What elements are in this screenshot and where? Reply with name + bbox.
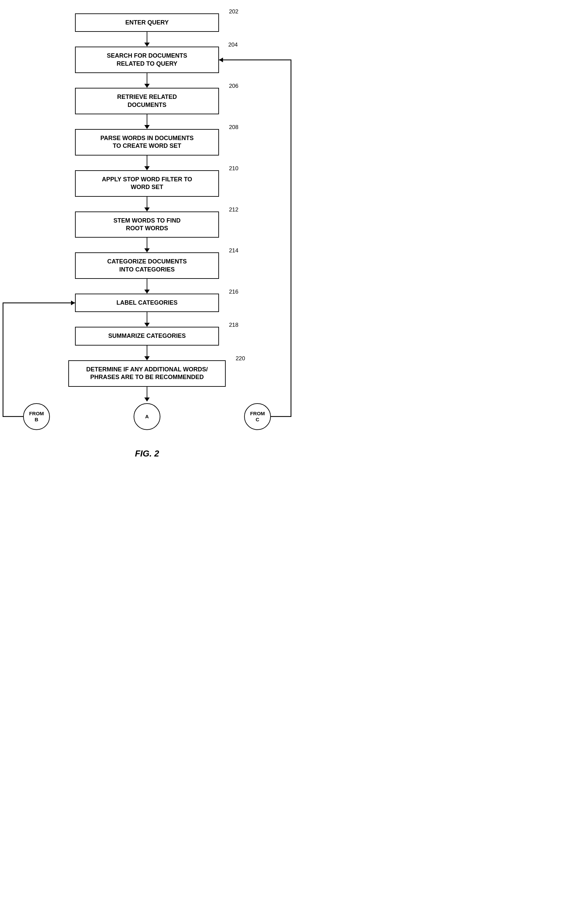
arrow-218-220 bbox=[144, 345, 150, 360]
ref-208: 208 bbox=[229, 124, 238, 131]
arrow-208-210 bbox=[144, 156, 150, 170]
node-204: SEARCH FOR DOCUMENTSRELATED TO QUERY 204 bbox=[75, 47, 219, 73]
node-208: PARSE WORDS IN DOCUMENTSTO CREATE WORD S… bbox=[75, 129, 219, 156]
node-208-row: PARSE WORDS IN DOCUMENTSTO CREATE WORD S… bbox=[0, 129, 294, 156]
ref-214: 214 bbox=[229, 247, 238, 254]
node-216: LABEL CATEGORIES 216 bbox=[75, 293, 219, 312]
arrow-210-212 bbox=[144, 197, 150, 212]
node-212-label: STEM WORDS TO FINDROOT WORDS bbox=[113, 217, 181, 232]
node-202-row: ENTER QUERY 202 bbox=[0, 13, 294, 32]
ref-202: 202 bbox=[229, 8, 238, 15]
connector-from-c: FROMC bbox=[244, 403, 271, 430]
node-214-label: CATEGORIZE DOCUMENTSINTO CATEGORIES bbox=[107, 258, 187, 272]
ref-210: 210 bbox=[229, 165, 238, 172]
node-204-row: SEARCH FOR DOCUMENTSRELATED TO QUERY 204 bbox=[0, 47, 294, 73]
arrow-214-216 bbox=[144, 279, 150, 293]
node-206-label: RETRIEVE RELATEDDOCUMENTS bbox=[117, 94, 177, 108]
node-202: ENTER QUERY 202 bbox=[75, 13, 219, 32]
node-214: CATEGORIZE DOCUMENTSINTO CATEGORIES 214 bbox=[75, 253, 219, 279]
arrow-216-218 bbox=[144, 312, 150, 327]
arrow-206-208 bbox=[144, 114, 150, 129]
ref-212: 212 bbox=[229, 206, 238, 214]
from-c-label: FROMC bbox=[250, 411, 265, 423]
connector-a: A bbox=[134, 403, 160, 430]
node-218: SUMMARIZE CATEGORIES 218 bbox=[75, 327, 219, 345]
node-210: APPLY STOP WORD FILTER TOWORD SET 210 bbox=[75, 170, 219, 197]
node-220-label: DETERMINE IF ANY ADDITIONAL WORDS/PHRASE… bbox=[86, 366, 208, 381]
node-218-row: SUMMARIZE CATEGORIES 218 bbox=[0, 327, 294, 345]
node-216-label: LABEL CATEGORIES bbox=[116, 299, 178, 306]
arrow-212-214 bbox=[144, 238, 150, 253]
node-204-label: SEARCH FOR DOCUMENTSRELATED TO QUERY bbox=[107, 52, 187, 67]
node-202-label: ENTER QUERY bbox=[125, 19, 168, 26]
ref-206: 206 bbox=[229, 83, 238, 90]
figure-label: FIG. 2 bbox=[135, 449, 159, 459]
node-210-row: APPLY STOP WORD FILTER TOWORD SET 210 bbox=[0, 170, 294, 197]
arrow-204-206 bbox=[144, 73, 150, 88]
arrow-202-204 bbox=[144, 32, 150, 47]
connector-from-b: FROMB bbox=[23, 403, 50, 430]
from-b-label: FROMB bbox=[29, 411, 44, 423]
node-220: DETERMINE IF ANY ADDITIONAL WORDS/PHRASE… bbox=[68, 360, 226, 387]
node-216-row: LABEL CATEGORIES 216 bbox=[0, 293, 294, 312]
node-218-label: SUMMARIZE CATEGORIES bbox=[108, 332, 186, 339]
node-212-row: STEM WORDS TO FINDROOT WORDS 212 bbox=[0, 212, 294, 238]
arrow-220-A bbox=[144, 387, 150, 402]
a-label: A bbox=[145, 413, 149, 420]
node-208-label: PARSE WORDS IN DOCUMENTSTO CREATE WORD S… bbox=[100, 135, 194, 149]
ref-220: 220 bbox=[236, 355, 245, 362]
node-210-label: APPLY STOP WORD FILTER TOWORD SET bbox=[102, 176, 192, 190]
node-212: STEM WORDS TO FINDROOT WORDS 212 bbox=[75, 212, 219, 238]
bottom-connectors: FROMB A FROMC bbox=[16, 402, 278, 432]
node-214-row: CATEGORIZE DOCUMENTSINTO CATEGORIES 214 bbox=[0, 253, 294, 279]
node-206: RETRIEVE RELATEDDOCUMENTS 206 bbox=[75, 88, 219, 114]
ref-204: 204 bbox=[228, 41, 238, 49]
ref-216: 216 bbox=[229, 288, 238, 296]
node-220-row: DETERMINE IF ANY ADDITIONAL WORDS/PHRASE… bbox=[0, 360, 294, 387]
node-206-row: RETRIEVE RELATEDDOCUMENTS 206 bbox=[0, 88, 294, 114]
ref-218: 218 bbox=[229, 321, 238, 329]
flowchart-container: ENTER QUERY 202 SEARCH FOR DOCUMENTSRELA… bbox=[0, 0, 294, 479]
